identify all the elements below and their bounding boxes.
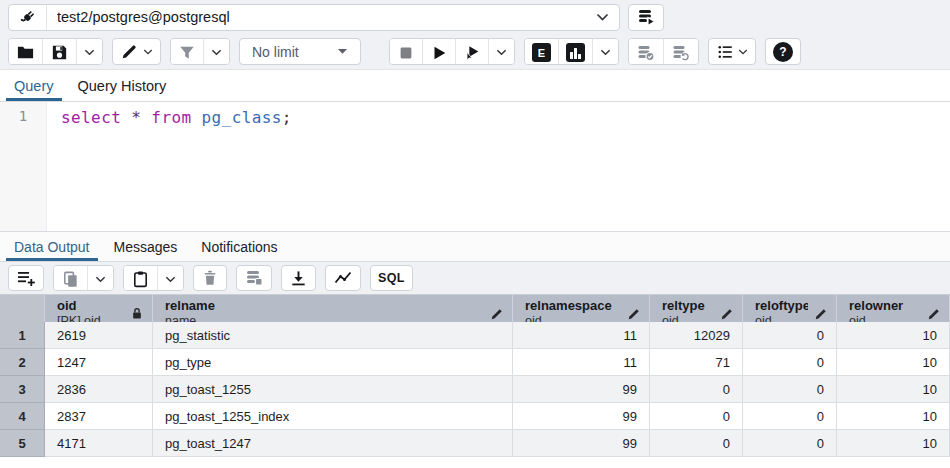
- cell-relowner[interactable]: 10: [837, 403, 950, 430]
- chevron-down-icon: [143, 49, 153, 55]
- tab-messages[interactable]: Messages: [102, 232, 190, 261]
- cell-reloftype[interactable]: 0: [743, 376, 837, 403]
- help-button[interactable]: ?: [765, 38, 801, 65]
- save-data-changes-button[interactable]: [236, 265, 272, 291]
- filter-button[interactable]: [171, 39, 203, 65]
- new-connection-button[interactable]: [628, 4, 664, 31]
- edit-pencil-icon: [927, 307, 941, 321]
- cell-relname[interactable]: pg_toast_1255: [153, 376, 513, 403]
- cell-oid[interactable]: 2619: [45, 322, 153, 349]
- cell-reltype[interactable]: 0: [650, 376, 743, 403]
- save-options-button[interactable]: [76, 39, 102, 65]
- query-toolbar: No limit: [0, 34, 950, 70]
- cell-reloftype[interactable]: 0: [743, 322, 837, 349]
- chevron-down-icon: [84, 49, 95, 56]
- pencil-icon[interactable]: [490, 307, 504, 321]
- explain-button[interactable]: E: [525, 39, 558, 65]
- cell-relnamespace[interactable]: 99: [513, 430, 650, 457]
- cell-reltype[interactable]: 0: [650, 403, 743, 430]
- execute-from-cursor-button[interactable]: [455, 39, 488, 65]
- cell-relowner[interactable]: 10: [837, 430, 950, 457]
- cell-oid[interactable]: 1247: [45, 349, 153, 376]
- paste-options-button[interactable]: [157, 266, 183, 291]
- tab-query[interactable]: Query: [2, 70, 66, 101]
- delete-row-button[interactable]: [193, 265, 227, 291]
- show-sql-button[interactable]: SQL: [370, 265, 413, 291]
- cell-reltype[interactable]: 12029: [650, 322, 743, 349]
- explain-analyze-button[interactable]: [558, 39, 592, 65]
- database-save-icon: [244, 268, 264, 288]
- pencil-icon[interactable]: [720, 307, 734, 321]
- sql-token-identifier: pg_class: [202, 108, 282, 127]
- execute-button[interactable]: [422, 39, 455, 65]
- help-icon: ?: [773, 42, 793, 62]
- macros-button[interactable]: [708, 38, 756, 65]
- cell-relname[interactable]: pg_statistic: [153, 322, 513, 349]
- copy-options-button[interactable]: [87, 266, 113, 291]
- rollback-button[interactable]: [663, 39, 698, 65]
- copy-icon: [61, 270, 80, 289]
- edit-dropdown-button[interactable]: [112, 38, 161, 65]
- row-number[interactable]: 1: [0, 322, 45, 349]
- tab-notifications[interactable]: Notifications: [189, 232, 289, 261]
- tab-query-label: Query: [14, 78, 54, 94]
- connection-bar: test2/postgres@postgresql: [0, 0, 950, 34]
- cell-relnamespace[interactable]: 11: [513, 349, 650, 376]
- pencil-icon[interactable]: [927, 307, 941, 321]
- cell-relowner[interactable]: 10: [837, 322, 950, 349]
- row-number[interactable]: 5: [0, 430, 45, 457]
- download-icon: [289, 269, 308, 288]
- tab-query-history[interactable]: Query History: [66, 70, 179, 101]
- row-limit-select[interactable]: No limit: [239, 38, 361, 65]
- cell-reloftype[interactable]: 0: [743, 349, 837, 376]
- cell-reltype[interactable]: 71: [650, 349, 743, 376]
- lock-icon: [130, 306, 144, 321]
- execute-options-button[interactable]: [488, 39, 514, 65]
- pencil-icon: [120, 43, 138, 61]
- download-button[interactable]: [281, 265, 316, 291]
- row-number[interactable]: 3: [0, 376, 45, 403]
- row-limit-value: No limit: [252, 44, 299, 60]
- chevron-down-icon: [165, 276, 176, 283]
- connection-selector[interactable]: test2/postgres@postgresql: [47, 5, 619, 30]
- folder-icon: [16, 43, 35, 62]
- cell-relnamespace[interactable]: 99: [513, 376, 650, 403]
- stop-button[interactable]: [390, 39, 422, 65]
- cell-oid[interactable]: 4171: [45, 430, 153, 457]
- cell-reloftype[interactable]: 0: [743, 403, 837, 430]
- cell-relname[interactable]: pg_toast_1247: [153, 430, 513, 457]
- cell-relowner[interactable]: 10: [837, 349, 950, 376]
- plug-icon: [18, 7, 38, 27]
- filter-options-button[interactable]: [203, 39, 229, 65]
- clipboard-icon: [131, 270, 150, 289]
- paste-button[interactable]: [124, 266, 157, 291]
- cell-reloftype[interactable]: 0: [743, 430, 837, 457]
- chart-button[interactable]: [325, 265, 361, 291]
- filter-funnel-icon: [178, 44, 196, 62]
- sql-editor[interactable]: 1 select * from pg_class;: [0, 102, 950, 231]
- add-row-button[interactable]: [8, 265, 44, 291]
- open-file-button[interactable]: [9, 39, 42, 65]
- cell-reltype[interactable]: 0: [650, 430, 743, 457]
- row-number[interactable]: 2: [0, 349, 45, 376]
- save-file-button[interactable]: [42, 39, 76, 65]
- connection-control: test2/postgres@postgresql: [8, 4, 620, 31]
- edit-pencil-icon: [627, 307, 641, 321]
- chevron-down-icon: [496, 49, 507, 56]
- commit-button[interactable]: [629, 39, 663, 65]
- editor-code-area[interactable]: select * from pg_class;: [47, 102, 950, 231]
- copy-button[interactable]: [54, 266, 87, 291]
- cell-relname[interactable]: pg_type: [153, 349, 513, 376]
- cell-relname[interactable]: pg_toast_1255_index: [153, 403, 513, 430]
- cell-relnamespace[interactable]: 99: [513, 403, 650, 430]
- dropdown-arrow-icon: [337, 48, 348, 55]
- cell-relowner[interactable]: 10: [837, 376, 950, 403]
- row-number[interactable]: 4: [0, 403, 45, 430]
- tab-data-output[interactable]: Data Output: [2, 232, 102, 261]
- cell-relnamespace[interactable]: 11: [513, 322, 650, 349]
- explain-options-button[interactable]: [592, 39, 618, 65]
- pencil-icon[interactable]: [627, 307, 641, 321]
- pencil-icon[interactable]: [814, 307, 828, 321]
- cell-oid[interactable]: 2836: [45, 376, 153, 403]
- cell-oid[interactable]: 2837: [45, 403, 153, 430]
